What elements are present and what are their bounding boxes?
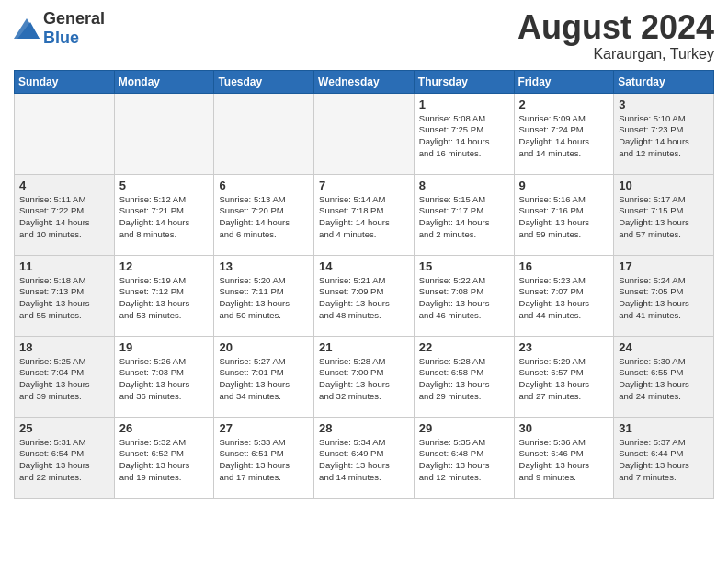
calendar-cell: 6Sunrise: 5:13 AM Sunset: 7:20 PM Daylig… (214, 174, 314, 255)
day-info: Sunrise: 5:35 AM Sunset: 6:48 PM Dayligh… (419, 437, 509, 484)
week-row-3: 11Sunrise: 5:18 AM Sunset: 7:13 PM Dayli… (15, 255, 714, 336)
day-number: 13 (219, 259, 309, 273)
day-number: 31 (619, 421, 709, 435)
day-number: 14 (319, 259, 409, 273)
calendar-cell: 26Sunrise: 5:32 AM Sunset: 6:52 PM Dayli… (114, 417, 214, 498)
day-info: Sunrise: 5:14 AM Sunset: 7:18 PM Dayligh… (319, 194, 409, 241)
day-number: 4 (19, 178, 109, 192)
day-info: Sunrise: 5:25 AM Sunset: 7:04 PM Dayligh… (19, 356, 109, 403)
day-info: Sunrise: 5:19 AM Sunset: 7:12 PM Dayligh… (119, 275, 210, 322)
day-number: 19 (119, 340, 210, 354)
day-number: 15 (419, 259, 509, 273)
calendar-cell (114, 93, 214, 174)
calendar-cell (15, 93, 115, 174)
calendar-cell: 18Sunrise: 5:25 AM Sunset: 7:04 PM Dayli… (15, 336, 115, 417)
logo-text: General Blue (43, 9, 105, 48)
day-info: Sunrise: 5:11 AM Sunset: 7:22 PM Dayligh… (19, 194, 109, 241)
day-info: Sunrise: 5:31 AM Sunset: 6:54 PM Dayligh… (19, 437, 109, 484)
weekday-header-sunday: Sunday (15, 70, 115, 93)
day-info: Sunrise: 5:32 AM Sunset: 6:52 PM Dayligh… (119, 437, 210, 484)
logo-blue: Blue (43, 29, 79, 47)
day-info: Sunrise: 5:15 AM Sunset: 7:17 PM Dayligh… (419, 194, 509, 241)
calendar-cell: 8Sunrise: 5:15 AM Sunset: 7:17 PM Daylig… (414, 174, 514, 255)
weekday-header-saturday: Saturday (614, 70, 714, 93)
day-number: 10 (619, 178, 709, 192)
title-block: August 2024 Karaurgan, Turkey (518, 9, 714, 63)
weekday-header-row: SundayMondayTuesdayWednesdayThursdayFrid… (15, 70, 714, 93)
day-info: Sunrise: 5:27 AM Sunset: 7:01 PM Dayligh… (219, 356, 309, 403)
calendar-cell: 7Sunrise: 5:14 AM Sunset: 7:18 PM Daylig… (314, 174, 415, 255)
calendar-cell: 19Sunrise: 5:26 AM Sunset: 7:03 PM Dayli… (114, 336, 214, 417)
day-info: Sunrise: 5:29 AM Sunset: 6:57 PM Dayligh… (519, 356, 609, 403)
calendar-cell: 12Sunrise: 5:19 AM Sunset: 7:12 PM Dayli… (114, 255, 214, 336)
day-number: 11 (19, 259, 109, 273)
day-info: Sunrise: 5:24 AM Sunset: 7:05 PM Dayligh… (619, 275, 709, 322)
calendar-cell: 16Sunrise: 5:23 AM Sunset: 7:07 PM Dayli… (514, 255, 614, 336)
day-number: 22 (419, 340, 509, 354)
month-year-title: August 2024 (518, 9, 714, 46)
day-number: 25 (19, 421, 109, 435)
day-info: Sunrise: 5:20 AM Sunset: 7:11 PM Dayligh… (219, 275, 309, 322)
day-number: 2 (519, 98, 609, 111)
calendar-cell: 9Sunrise: 5:16 AM Sunset: 7:16 PM Daylig… (514, 174, 614, 255)
day-info: Sunrise: 5:21 AM Sunset: 7:09 PM Dayligh… (319, 275, 409, 322)
day-number: 24 (619, 340, 709, 354)
calendar-cell: 1Sunrise: 5:08 AM Sunset: 7:25 PM Daylig… (414, 93, 514, 174)
day-info: Sunrise: 5:37 AM Sunset: 6:44 PM Dayligh… (619, 437, 709, 484)
calendar-cell: 31Sunrise: 5:37 AM Sunset: 6:44 PM Dayli… (614, 417, 714, 498)
calendar-cell: 4Sunrise: 5:11 AM Sunset: 7:22 PM Daylig… (15, 174, 115, 255)
weekday-header-monday: Monday (114, 70, 214, 93)
day-number: 23 (519, 340, 609, 354)
calendar-cell: 22Sunrise: 5:28 AM Sunset: 6:58 PM Dayli… (414, 336, 514, 417)
day-number: 12 (119, 259, 210, 273)
page-header: General Blue August 2024 Karaurgan, Turk… (14, 9, 714, 63)
week-row-4: 18Sunrise: 5:25 AM Sunset: 7:04 PM Dayli… (15, 336, 714, 417)
calendar-cell: 3Sunrise: 5:10 AM Sunset: 7:23 PM Daylig… (614, 93, 714, 174)
calendar-cell: 14Sunrise: 5:21 AM Sunset: 7:09 PM Dayli… (314, 255, 415, 336)
day-number: 26 (119, 421, 210, 435)
calendar-cell: 20Sunrise: 5:27 AM Sunset: 7:01 PM Dayli… (214, 336, 314, 417)
day-info: Sunrise: 5:36 AM Sunset: 6:46 PM Dayligh… (519, 437, 609, 484)
day-info: Sunrise: 5:22 AM Sunset: 7:08 PM Dayligh… (419, 275, 509, 322)
day-number: 5 (119, 178, 210, 192)
calendar-cell: 24Sunrise: 5:30 AM Sunset: 6:55 PM Dayli… (614, 336, 714, 417)
day-number: 3 (619, 98, 709, 111)
day-number: 16 (519, 259, 609, 273)
day-info: Sunrise: 5:33 AM Sunset: 6:51 PM Dayligh… (219, 437, 309, 484)
weekday-header-tuesday: Tuesday (214, 70, 314, 93)
day-number: 30 (519, 421, 609, 435)
logo: General Blue (14, 9, 105, 48)
day-info: Sunrise: 5:08 AM Sunset: 7:25 PM Dayligh… (419, 113, 509, 160)
day-number: 6 (219, 178, 309, 192)
day-number: 21 (319, 340, 409, 354)
calendar-cell: 17Sunrise: 5:24 AM Sunset: 7:05 PM Dayli… (614, 255, 714, 336)
week-row-1: 1Sunrise: 5:08 AM Sunset: 7:25 PM Daylig… (15, 93, 714, 174)
calendar-cell: 11Sunrise: 5:18 AM Sunset: 7:13 PM Dayli… (15, 255, 115, 336)
logo-general: General (43, 9, 105, 28)
calendar-cell: 10Sunrise: 5:17 AM Sunset: 7:15 PM Dayli… (614, 174, 714, 255)
calendar-cell: 30Sunrise: 5:36 AM Sunset: 6:46 PM Dayli… (514, 417, 614, 498)
calendar-cell: 5Sunrise: 5:12 AM Sunset: 7:21 PM Daylig… (114, 174, 214, 255)
weekday-header-friday: Friday (514, 70, 614, 93)
day-number: 18 (19, 340, 109, 354)
day-number: 8 (419, 178, 509, 192)
calendar-cell: 25Sunrise: 5:31 AM Sunset: 6:54 PM Dayli… (15, 417, 115, 498)
day-number: 29 (419, 421, 509, 435)
day-info: Sunrise: 5:18 AM Sunset: 7:13 PM Dayligh… (19, 275, 109, 322)
weekday-header-thursday: Thursday (414, 70, 514, 93)
day-info: Sunrise: 5:12 AM Sunset: 7:21 PM Dayligh… (119, 194, 210, 241)
calendar-cell: 2Sunrise: 5:09 AM Sunset: 7:24 PM Daylig… (514, 93, 614, 174)
day-number: 20 (219, 340, 309, 354)
day-info: Sunrise: 5:26 AM Sunset: 7:03 PM Dayligh… (119, 356, 210, 403)
calendar-cell: 23Sunrise: 5:29 AM Sunset: 6:57 PM Dayli… (514, 336, 614, 417)
day-number: 17 (619, 259, 709, 273)
calendar-cell (314, 93, 415, 174)
week-row-5: 25Sunrise: 5:31 AM Sunset: 6:54 PM Dayli… (15, 417, 714, 498)
day-number: 7 (319, 178, 409, 192)
day-number: 28 (319, 421, 409, 435)
day-number: 27 (219, 421, 309, 435)
day-info: Sunrise: 5:09 AM Sunset: 7:24 PM Dayligh… (519, 113, 609, 160)
day-info: Sunrise: 5:30 AM Sunset: 6:55 PM Dayligh… (619, 356, 709, 403)
calendar-cell: 13Sunrise: 5:20 AM Sunset: 7:11 PM Dayli… (214, 255, 314, 336)
day-info: Sunrise: 5:28 AM Sunset: 6:58 PM Dayligh… (419, 356, 509, 403)
